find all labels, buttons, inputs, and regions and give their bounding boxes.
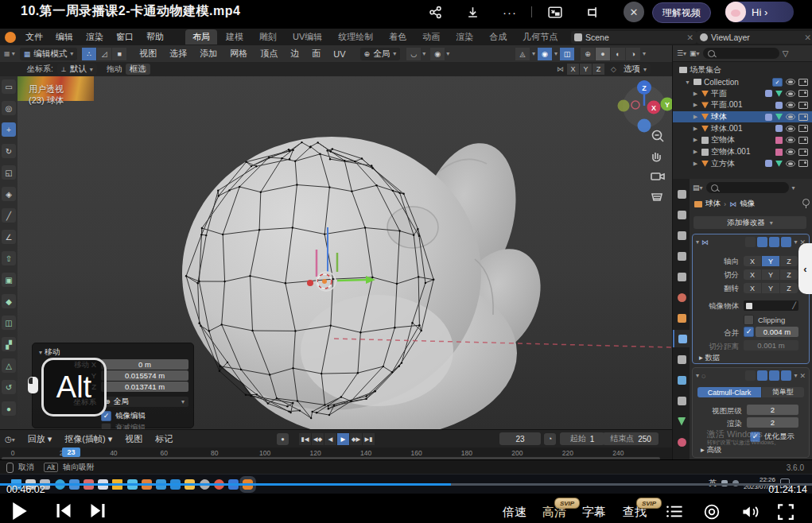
properties-tab-output[interactable] [673,227,690,244]
hide-viewport-icon[interactable] [786,79,795,84]
viewport-side-controls[interactable] [651,131,664,201]
menu-文件[interactable]: 文件 [19,31,49,43]
clock-icon[interactable]: ◷▾ [5,435,15,444]
material-shading-icon[interactable]: ◐ [611,48,625,60]
jump-to-start-icon[interactable]: ▮◀ [299,433,311,445]
workspace-tab-合成[interactable]: 合成 [482,29,514,45]
outliner-row-空物体[interactable]: ▶空物体 [673,134,812,146]
tool-切刀[interactable]: ▞ [2,337,16,351]
outliner-search[interactable] [703,48,779,59]
tool-移动[interactable]: + [2,122,16,137]
subtitles-button[interactable]: 字幕 [582,505,606,520]
workspace-tab-几何节点[interactable]: 几何节点 [515,29,565,45]
proportional-edit-icon[interactable]: ◉ [430,48,445,60]
frame-end-field[interactable]: 结束点250 [603,432,659,445]
disable-render-icon[interactable] [798,160,808,167]
merge-checkbox[interactable]: ✓ [744,327,754,337]
menu-编辑[interactable]: 编辑 [49,31,80,43]
add-modifier-button[interactable]: 添加修改器▾ [694,216,806,229]
edit-mode-toggle[interactable] [745,237,756,247]
hide-viewport-icon[interactable] [786,103,795,108]
realtime-toggle[interactable] [757,370,767,381]
properties-search[interactable] [706,182,789,193]
clipping-row[interactable]: Clipping [744,315,785,325]
collection-checkbox[interactable]: ✓ [772,78,783,87]
catmull-clark-option[interactable]: Catmull-Clark [697,387,761,397]
outliner-row-平面.001[interactable]: ▶平面.001 [673,99,812,111]
move-x-value[interactable]: 0 m [101,359,188,370]
timeline-menu-抠像(插帧)[interactable]: 抠像(插帧) ▾ [58,433,118,445]
timeline-menu-回放[interactable]: 回放 ▾ [21,433,59,445]
seg-flip-X[interactable]: X [744,283,761,293]
viewlayer-unlink-icon[interactable]: ✕ [804,33,811,42]
xray-toggle-icon[interactable]: ◫ [560,48,574,60]
viewlayer-selector[interactable]: ViewLayer ✕ [697,31,812,44]
disclosure-icon[interactable]: ▶ [692,149,699,155]
workspace-tab-UV编辑[interactable]: UV编辑 [286,29,329,45]
show-gizmo-icon[interactable]: ◬ [515,48,530,60]
seg-axis-Y[interactable]: Y [762,256,779,266]
properties-tab-particles[interactable] [673,351,690,368]
orientation-selector[interactable]: ⊕ 全局 ▾ [360,48,401,60]
mini-player-icon[interactable] [544,2,566,21]
workspace-tab-动画[interactable]: 动画 [415,29,447,45]
scene-unlink-icon[interactable]: ✕ [686,33,694,42]
more-icon[interactable]: ··· [499,2,521,21]
account-pill[interactable]: Hi › [725,2,794,22]
viewport-menu-面[interactable]: 面 [305,48,327,60]
pin-icon[interactable] [802,199,810,206]
properties-tab-world[interactable] [673,289,690,306]
options-caret[interactable]: ▾ [792,184,795,192]
workspace-tab-纹理绘制[interactable]: 纹理绘制 [331,29,380,45]
snap-magnet-icon[interactable]: ◡ [406,48,421,60]
properties-tab-view-layer[interactable] [673,247,690,265]
properties-tab-scene[interactable] [673,268,690,285]
share-icon[interactable] [424,2,446,21]
mirror-axis-Z[interactable]: Z [592,64,604,75]
play-reverse-icon[interactable]: ◀ [324,433,336,445]
mirror-modifier-header[interactable]: ▾⋈ ▾ ✕ [696,237,806,247]
current-frame-field[interactable]: 23 [499,432,541,445]
properties-tab-render[interactable] [673,206,690,223]
volume-icon[interactable] [741,504,760,523]
workspace-tab-布局[interactable]: 布局 [185,29,217,45]
viewport-3d[interactable]: 用户透视 (23) 球体 [17,76,672,429]
outliner-filter-mode-icon[interactable]: ▣▾ [690,49,700,57]
bisect-xyz[interactable]: XYZ [744,269,798,280]
hide-viewport-icon[interactable] [786,91,795,96]
disable-render-icon[interactable] [798,114,808,121]
bisect-distance-value[interactable]: 0.001 m [744,340,798,351]
viewport-menu-选择[interactable]: 选择 [163,48,193,60]
disable-render-icon[interactable] [798,102,808,109]
breadcrumb-object[interactable]: 球体 [705,199,721,209]
next-button[interactable] [90,504,106,521]
viewport-menu-顶点[interactable]: 顶点 [254,48,284,60]
progress-bar[interactable] [0,483,812,486]
tool-平滑[interactable]: ● [2,401,16,416]
properties-tab-physics[interactable] [673,371,690,389]
hide-viewport-icon[interactable] [786,138,795,143]
cage-toggle[interactable] [781,237,791,247]
outliner-row-球体[interactable]: ▶球体 [673,111,812,123]
disable-render-icon[interactable] [798,137,808,144]
disclosure-icon[interactable]: ▼ [684,79,691,85]
subdiv-type-switch[interactable]: Catmull-Clark 简单型 [697,387,804,397]
solid-shading-icon[interactable]: ● [596,48,610,60]
realtime-toggle[interactable] [757,237,767,247]
simple-option[interactable]: 简单型 [762,387,804,397]
disable-render-icon[interactable] [798,90,808,97]
use-preview-range-icon[interactable]: ◔ [544,433,556,445]
disable-render-icon[interactable] [798,79,808,86]
previous-button[interactable] [56,504,72,521]
disclosure-icon[interactable]: ▶ [692,114,699,120]
mirror-edit-row[interactable]: ✓镜像编辑 [101,411,146,421]
next-keyframe-icon[interactable]: ◆▶ [350,433,362,445]
timeline-menu-视图[interactable]: 视图 [118,433,149,445]
wireframe-shading-icon[interactable]: ⊕ [581,48,595,60]
tool-标注[interactable]: ╱ [2,208,16,223]
subdivision-modifier-header[interactable]: ▾◌ ▾ ✕ [696,370,806,381]
understand-video-button[interactable]: 理解视频 [652,2,711,23]
seg-bisect-Z[interactable]: Z [780,269,798,280]
subdivision-modifier-panel[interactable]: ▾◌ ▾ ✕ Catmull-Clark 简单型 视图层级 2 渲染 [692,367,810,458]
render-toggle[interactable] [769,237,779,247]
